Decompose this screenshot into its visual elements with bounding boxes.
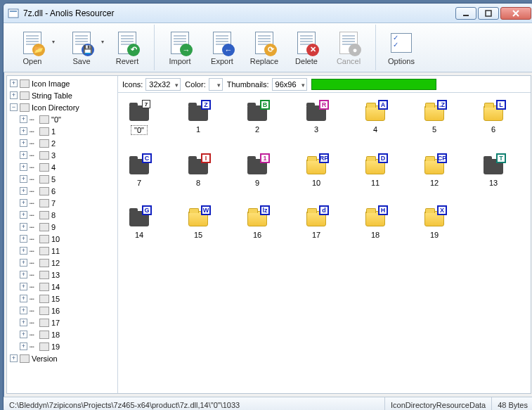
icon-item[interactable]: RP10 bbox=[302, 155, 330, 187]
expand-toggle[interactable]: + bbox=[20, 259, 27, 267]
expand-toggle[interactable]: + bbox=[20, 127, 27, 135]
resource-icon bbox=[39, 187, 49, 196]
icons-size-select[interactable]: 32x32 bbox=[145, 78, 181, 91]
save-button[interactable]: 💾 Save▾ bbox=[57, 25, 106, 70]
tree-node[interactable]: +┈15 bbox=[7, 293, 117, 305]
expand-toggle[interactable]: − bbox=[10, 103, 18, 111]
expand-toggle[interactable]: + bbox=[20, 115, 27, 123]
icon-item[interactable]: H18 bbox=[361, 207, 389, 239]
icon-item[interactable]: 7"0" bbox=[125, 101, 153, 135]
open-icon: 📂 bbox=[20, 30, 45, 56]
expand-toggle[interactable]: + bbox=[20, 223, 27, 231]
tree-node[interactable]: +┈2 bbox=[7, 137, 117, 149]
open-button[interactable]: 📂 Open▾ bbox=[8, 25, 57, 70]
expand-toggle[interactable]: + bbox=[20, 139, 27, 147]
options-button[interactable]: Options bbox=[380, 25, 422, 70]
icon-item[interactable]: 19 bbox=[243, 155, 271, 187]
expand-toggle[interactable]: + bbox=[10, 354, 18, 362]
tree-node[interactable]: +┈17 bbox=[7, 316, 117, 328]
expand-toggle[interactable]: + bbox=[10, 91, 18, 99]
expand-toggle[interactable]: + bbox=[20, 247, 27, 255]
icon-item[interactable]: A4 bbox=[361, 101, 389, 135]
toolbar: 📂 Open▾ 💾 Save▾ ↶ Revert → Import ← Expo… bbox=[4, 23, 532, 72]
icon-badge: 7 bbox=[142, 100, 150, 108]
resource-tree[interactable]: +Icon Image+String Table−Icon Directory+… bbox=[7, 76, 118, 393]
tree-node[interactable]: +┈"0" bbox=[7, 113, 117, 125]
tree-node[interactable]: +┈12 bbox=[7, 257, 117, 269]
import-icon: → bbox=[167, 30, 193, 56]
tree-node[interactable]: +Icon Image bbox=[7, 77, 117, 89]
icon-item[interactable]: R3 bbox=[302, 101, 330, 135]
expand-toggle[interactable]: + bbox=[20, 151, 27, 159]
expand-toggle[interactable]: + bbox=[20, 235, 27, 243]
icon-item[interactable]: Z1 bbox=[184, 101, 212, 135]
expand-toggle[interactable]: + bbox=[20, 283, 27, 290]
icon-item[interactable]: X19 bbox=[420, 207, 448, 239]
revert-button[interactable]: ↶ Revert bbox=[106, 25, 148, 70]
tree-node[interactable]: +┈3 bbox=[7, 149, 117, 161]
icon-item[interactable]: .Z5 bbox=[420, 101, 448, 135]
close-button[interactable] bbox=[500, 7, 531, 20]
expand-toggle[interactable]: + bbox=[20, 211, 27, 219]
minimize-button[interactable] bbox=[455, 7, 476, 20]
expand-toggle[interactable]: + bbox=[20, 163, 27, 171]
icon-item[interactable]: W15 bbox=[184, 207, 212, 239]
tree-node[interactable]: +┈9 bbox=[7, 221, 117, 233]
tree-node[interactable]: +Version bbox=[7, 352, 117, 364]
icon-item[interactable]: D11 bbox=[361, 155, 389, 187]
icon-caption: 19 bbox=[430, 231, 439, 239]
icon-caption: 5 bbox=[432, 125, 436, 134]
expand-toggle[interactable]: + bbox=[20, 271, 27, 278]
thumbnails-size-select[interactable]: 96x96 bbox=[272, 78, 307, 91]
export-button[interactable]: ← Export bbox=[201, 25, 243, 70]
expand-toggle[interactable]: + bbox=[20, 319, 27, 326]
tree-node[interactable]: +┈6 bbox=[7, 185, 117, 197]
icon-badge: CP bbox=[437, 153, 447, 163]
tree-node[interactable]: +┈18 bbox=[7, 328, 117, 340]
icon-item[interactable]: B2 bbox=[243, 101, 271, 135]
icon-item[interactable]: I8 bbox=[184, 155, 212, 187]
expand-toggle[interactable]: + bbox=[20, 175, 27, 183]
icon-item[interactable]: lz16 bbox=[243, 207, 271, 239]
tree-node[interactable]: +String Table bbox=[7, 89, 117, 101]
main-panel: Icons: 32x32 Color: Thumbnails: 96x96 7"… bbox=[118, 76, 531, 393]
tree-node[interactable]: +┈1 bbox=[7, 125, 117, 137]
tree-node[interactable]: +┈13 bbox=[7, 269, 117, 281]
tree-node[interactable]: +┈10 bbox=[7, 233, 117, 245]
replace-button[interactable]: ⟳ Replace bbox=[243, 25, 285, 70]
tree-node[interactable]: +┈14 bbox=[7, 281, 117, 293]
resource-icon bbox=[39, 307, 49, 315]
resource-icon bbox=[39, 115, 49, 124]
expand-toggle[interactable]: + bbox=[20, 187, 27, 195]
icon-item[interactable]: C7 bbox=[125, 155, 153, 187]
icon-item[interactable]: L6 bbox=[479, 101, 507, 135]
maximize-button[interactable] bbox=[478, 7, 499, 20]
tree-node[interactable]: +┈11 bbox=[7, 245, 117, 257]
tree-node[interactable]: +┈16 bbox=[7, 305, 117, 316]
expand-toggle[interactable]: + bbox=[20, 295, 27, 302]
icon-item[interactable]: d17 bbox=[302, 207, 330, 239]
tree-node[interactable]: +┈19 bbox=[7, 340, 117, 352]
svg-rect-3 bbox=[486, 11, 491, 16]
delete-button[interactable]: ✕ Delete bbox=[285, 25, 327, 70]
color-select[interactable] bbox=[209, 78, 223, 91]
tree-node[interactable]: +┈5 bbox=[7, 173, 117, 185]
resource-type-icon bbox=[20, 91, 30, 100]
expand-toggle[interactable]: + bbox=[20, 342, 27, 350]
tree-node[interactable]: +┈8 bbox=[7, 209, 117, 221]
icon-badge: X bbox=[437, 205, 447, 215]
icon-item[interactable]: T13 bbox=[479, 155, 507, 187]
icon-thumbnail: A bbox=[364, 101, 387, 122]
icon-item[interactable]: CP12 bbox=[420, 155, 448, 187]
expand-toggle[interactable]: + bbox=[20, 307, 27, 314]
tree-node[interactable]: +┈7 bbox=[7, 197, 117, 209]
tree-node[interactable]: −Icon Directory bbox=[7, 101, 117, 113]
expand-toggle[interactable]: + bbox=[20, 199, 27, 207]
icon-item[interactable]: G14 bbox=[125, 207, 153, 239]
icon-badge: B bbox=[260, 100, 270, 110]
expand-toggle[interactable]: + bbox=[20, 331, 27, 338]
import-button[interactable]: → Import bbox=[159, 25, 201, 70]
expand-toggle[interactable]: + bbox=[10, 79, 18, 87]
color-preview-bar[interactable] bbox=[311, 79, 436, 90]
tree-node[interactable]: +┈4 bbox=[7, 161, 117, 173]
